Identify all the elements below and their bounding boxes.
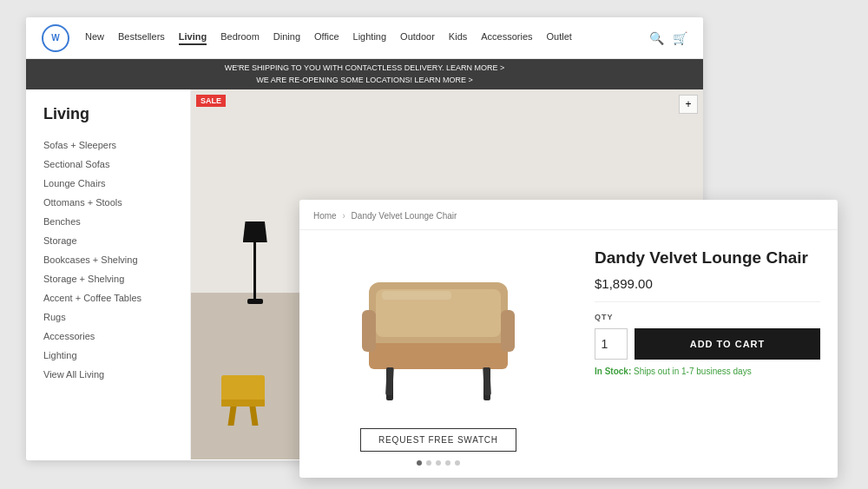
- product-info-section: Dandy Velvet Lounge Chair $1,899.00 QTY …: [577, 230, 838, 478]
- announce-line2: WE ARE RE-OPENING SOME LOCATIONS! LEARN …: [26, 74, 703, 86]
- product-image: [343, 248, 534, 413]
- cart-icon[interactable]: 🛒: [673, 31, 687, 45]
- nav-link-kids[interactable]: Kids: [449, 31, 467, 45]
- announce-line1: WE'RE SHIPPING TO YOU WITH CONTACTLESS D…: [26, 62, 703, 74]
- add-to-cart-button[interactable]: ADD TO CART: [635, 328, 820, 360]
- svg-rect-2: [369, 343, 508, 369]
- dot-2[interactable]: [426, 460, 431, 466]
- nav-link-bestsellers[interactable]: Bestsellers: [118, 31, 165, 45]
- nav-link-dining[interactable]: Dining: [273, 31, 300, 45]
- stock-status: In Stock: Ships out in 1-7 business days: [595, 367, 820, 376]
- nav-link-living[interactable]: Living: [179, 31, 207, 45]
- nav-link-outdoor[interactable]: Outdoor: [400, 31, 435, 45]
- sidebar-item-benches[interactable]: Benches: [43, 212, 173, 231]
- breadcrumb-product: Dandy Velvet Lounge Chair: [352, 211, 457, 221]
- nav-link-office[interactable]: Office: [314, 31, 339, 45]
- nav-bar: W New Bestsellers Living Bedroom Dining …: [26, 17, 703, 59]
- nav-link-outlet[interactable]: Outlet: [547, 31, 572, 45]
- nav-links: New Bestsellers Living Bedroom Dining Of…: [85, 31, 642, 45]
- dot-5[interactable]: [455, 460, 460, 466]
- product-layout: REQUEST FREE SWATCH Dandy Velvet Lounge …: [299, 230, 838, 478]
- svg-rect-3: [362, 310, 376, 352]
- nav-link-lighting[interactable]: Lighting: [353, 31, 387, 45]
- breadcrumb-home[interactable]: Home: [313, 211, 337, 221]
- product-image-wrapper: [317, 239, 560, 421]
- dot-indicators: [417, 460, 460, 466]
- stock-detail: Ships out in 1-7 business days: [634, 367, 752, 376]
- nav-link-new[interactable]: New: [85, 31, 104, 45]
- sidebar-item-sofas[interactable]: Sofas + Sleepers: [43, 135, 173, 155]
- breadcrumb: Home › Dandy Velvet Lounge Chair: [313, 211, 457, 221]
- breadcrumb-bar: Home › Dandy Velvet Lounge Chair: [299, 200, 838, 230]
- sale-badge: SALE: [196, 95, 226, 107]
- front-window: Home › Dandy Velvet Lounge Chair: [299, 200, 838, 478]
- qty-input[interactable]: [595, 328, 628, 360]
- logo-text: W: [51, 33, 59, 43]
- sidebar-item-view-all[interactable]: View All Living: [43, 365, 173, 384]
- svg-rect-9: [382, 291, 451, 300]
- qty-label: QTY: [595, 313, 820, 321]
- sidebar-item-rugs[interactable]: Rugs: [43, 307, 173, 327]
- sidebar-item-bookcases[interactable]: Bookcases + Shelving: [43, 250, 173, 269]
- hero-accent-chair: [221, 375, 265, 426]
- sidebar-item-ottomans[interactable]: Ottomans + Stools: [43, 193, 173, 212]
- sidebar-item-accessories[interactable]: Accessories: [43, 327, 173, 346]
- svg-rect-7: [385, 367, 394, 395]
- product-title: Dandy Velvet Lounge Chair: [595, 248, 820, 269]
- request-swatch-button[interactable]: REQUEST FREE SWATCH: [360, 428, 516, 452]
- sidebar-item-sectional[interactable]: Sectional Sofas: [43, 155, 173, 174]
- svg-rect-8: [483, 367, 491, 395]
- divider: [595, 301, 820, 302]
- sidebar: Living Sofas + Sleepers Sectional Sofas …: [26, 89, 191, 459]
- nav-link-accessories[interactable]: Accessories: [481, 31, 532, 45]
- qty-cart-row: ADD TO CART: [595, 328, 820, 360]
- nav-link-bedroom[interactable]: Bedroom: [220, 31, 260, 45]
- breadcrumb-separator: ›: [342, 211, 345, 221]
- dot-3[interactable]: [436, 460, 441, 466]
- sidebar-item-lounge[interactable]: Lounge Chairs: [43, 174, 173, 193]
- stock-label: In Stock:: [595, 367, 631, 376]
- sidebar-title: Living: [43, 105, 173, 123]
- sidebar-item-accent[interactable]: Accent + Coffee Tables: [43, 288, 173, 307]
- announce-bar: WE'RE SHIPPING TO YOU WITH CONTACTLESS D…: [26, 59, 703, 89]
- expand-button[interactable]: +: [679, 95, 698, 114]
- nav-icons: 🔍 🛒: [649, 31, 687, 45]
- hero-lamp: [242, 221, 268, 304]
- dot-1[interactable]: [417, 460, 422, 466]
- sidebar-item-storage[interactable]: Storage: [43, 231, 173, 250]
- sidebar-item-lighting[interactable]: Lighting: [43, 346, 173, 365]
- svg-rect-4: [501, 310, 515, 352]
- site-logo[interactable]: W: [42, 24, 69, 52]
- product-image-section: REQUEST FREE SWATCH: [299, 230, 577, 478]
- search-icon[interactable]: 🔍: [649, 31, 664, 45]
- product-price: $1,899.00: [595, 276, 820, 291]
- sidebar-item-storage-shelving[interactable]: Storage + Shelving: [43, 269, 173, 288]
- dot-4[interactable]: [445, 460, 450, 466]
